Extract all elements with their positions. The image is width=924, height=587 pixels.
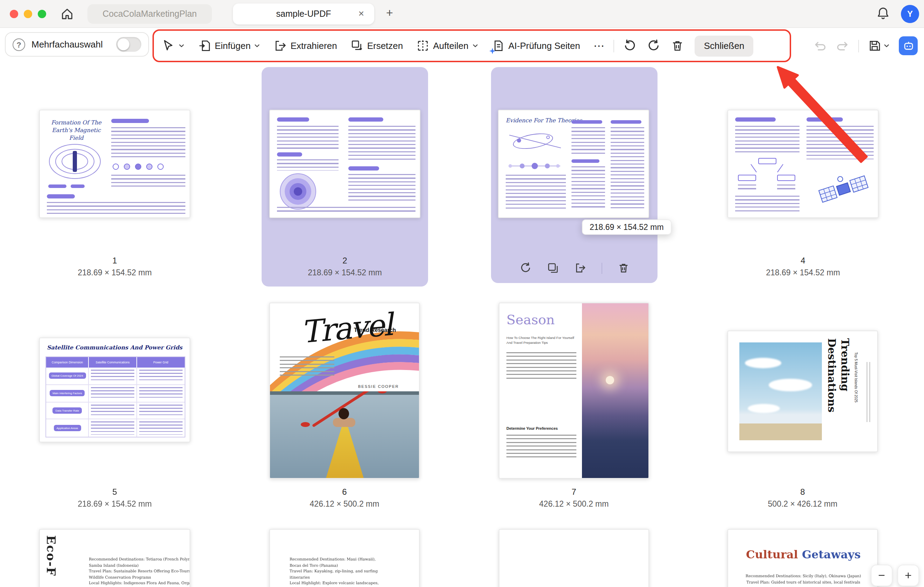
ai-check-pages-button[interactable]: AI-Prüfung Seiten [492, 39, 580, 53]
undo-icon[interactable] [813, 39, 827, 53]
section-heading-chip [348, 166, 379, 171]
split-button[interactable]: Aufteilen [416, 39, 478, 53]
doc-text-line: Samba Island (Indonesia) [89, 562, 190, 568]
zoom-in-button[interactable]: + [898, 565, 919, 586]
doc-subtitle-line: And Travel Preparation Tips [507, 340, 574, 345]
label-chip [71, 184, 85, 188]
table-header-cell: Satellite Communications [89, 357, 137, 368]
ai-check-page-icon [492, 39, 505, 53]
text-lines-placeholder [111, 175, 185, 189]
home-icon[interactable] [60, 7, 74, 21]
section-heading-chip [277, 152, 302, 156]
page-thumbnail-8[interactable]: Trending Destinations Top 5 Must-Visit I… [728, 330, 878, 452]
section-heading-chip [807, 117, 843, 122]
window-minimize-button[interactable] [24, 10, 32, 18]
cursor-icon [162, 39, 175, 53]
replace-button[interactable]: Ersetzen [350, 39, 403, 53]
page-thumbnail-4[interactable] [728, 110, 879, 218]
doc-text-line: Local Highlights: Indigenous Flora And F… [89, 580, 190, 586]
page-number: 7 [499, 487, 649, 497]
chevron-down-icon [254, 43, 261, 49]
moon-phases-row [508, 162, 560, 169]
multi-select-group: ? Mehrfachauswahl [5, 32, 149, 57]
page-thumbnail-7[interactable]: Season How To Choose The Right Island Fo… [499, 303, 649, 478]
notifications-bell-icon[interactable] [876, 6, 891, 21]
redo-icon[interactable] [836, 39, 849, 53]
app-window: CocaColaMarketingPlan sample-UPDF × + Y … [0, 0, 924, 587]
rotate-left-icon[interactable] [624, 39, 637, 53]
duplicate-page-icon[interactable] [547, 262, 559, 274]
table-row-label: Application Areas [53, 425, 81, 431]
rotate-page-icon[interactable] [519, 262, 531, 274]
doc-text-line: Travel Plan: Kayaking, zip-lining, and s… [290, 568, 379, 574]
zoom-out-button[interactable]: − [871, 565, 893, 586]
multi-select-toggle[interactable] [116, 37, 141, 52]
text-lines-placeholder [277, 126, 338, 150]
save-button[interactable] [868, 39, 890, 53]
table-cell-text [139, 404, 183, 417]
doc-title-vertical: Trending Destinations [825, 338, 851, 447]
page-thumbnail-3[interactable]: Evidence For The Theories [498, 110, 649, 218]
section-heading-chip [571, 159, 599, 163]
page-number: 2 [269, 256, 421, 266]
page-label-6: 6 426.12 × 500.2 mm [269, 487, 420, 508]
new-tab-icon[interactable]: + [383, 6, 397, 20]
more-options-icon[interactable]: ⋯ [594, 39, 606, 53]
user-avatar[interactable]: Y [901, 5, 919, 23]
window-close-button[interactable] [10, 10, 18, 18]
page-label-4: 4 218.69 × 154.52 mm [728, 256, 879, 277]
page-thumbnail-11[interactable] [499, 529, 649, 587]
tab-sample-updf[interactable]: sample-UPDF × [233, 3, 374, 25]
page-number: 6 [269, 487, 420, 497]
doc-heading: Determine Your Preferences [507, 426, 558, 431]
page-thumbnail-2[interactable] [269, 110, 421, 218]
extract-page-icon[interactable] [574, 262, 586, 274]
doc-subtitle-vertical: Top 5 Must-Visit Islands Of 2025 [854, 352, 858, 436]
doc-text-line: Bocas del Toro (Panama) [290, 562, 379, 568]
delete-page-trash-icon[interactable] [617, 262, 629, 274]
doc-text-line: Recommended Destinations: Sicily (Italy)… [728, 573, 878, 579]
section-heading-chip [571, 120, 602, 124]
text-lines-placeholder [735, 196, 800, 214]
tab-cocacolamarketingplan[interactable]: CocaColaMarketingPlan [87, 4, 212, 24]
extract-button[interactable]: Extrahieren [274, 39, 337, 53]
page-thumbnail-9[interactable]: Eco-F Recommended Destinations: Tetiaroa… [39, 529, 190, 587]
text-lines-placeholder [277, 159, 338, 171]
doc-text-line: Recommended Destinations: Tetiaroa (Fren… [89, 556, 190, 562]
page-thumbnail-5[interactable]: Satellite Communications And Power Grids… [39, 337, 190, 442]
person-head [338, 408, 349, 419]
page-number: 1 [39, 256, 190, 266]
chevron-down-icon [883, 43, 890, 49]
doc-text-line: Recommended Destinations: Maui (Hawaii), [290, 556, 379, 562]
table-cell-text [91, 422, 134, 435]
tab-label: CocaColaMarketingPlan [102, 9, 197, 19]
chevron-down-icon [178, 43, 185, 49]
page-number: 8 [728, 487, 878, 497]
sun [606, 376, 614, 384]
close-button[interactable]: Schließen [695, 35, 754, 56]
page-label-2: 2 218.69 × 154.52 mm [269, 256, 421, 277]
toolbar-divider [858, 39, 859, 52]
delete-page-trash-icon[interactable] [671, 39, 685, 53]
select-tool-button[interactable] [162, 39, 185, 53]
help-icon[interactable]: ? [13, 38, 25, 51]
doc-text-line: Local Highlight: Explore volcanic landsc… [290, 580, 379, 586]
text-lines-placeholder [111, 127, 185, 159]
page-thumbnail-1[interactable]: Formation Of The Earth's Magnetic Field [39, 110, 190, 218]
page-thumbnail-12[interactable]: Cultural Getaways Recommended Destinatio… [728, 529, 878, 587]
insert-button[interactable]: Einfügen [198, 39, 261, 53]
doc-title-word: Cultural [746, 548, 798, 561]
page-thumbnail-10[interactable]: Recommended Destinations: Maui (Hawaii),… [269, 529, 420, 587]
kayak-photo [270, 391, 420, 478]
tab-close-icon[interactable]: × [355, 8, 367, 20]
ai-assistant-icon [902, 39, 914, 52]
doc-title: Cultural Getaways [728, 548, 878, 561]
text-lines-placeholder [348, 126, 416, 161]
rotate-right-icon[interactable] [647, 39, 661, 53]
page-thumbnail-6[interactable]: Travel Trend Research BESSIE COOPER [269, 303, 420, 478]
doc-text-line: Travel Plan: Guided tours of historical … [728, 579, 878, 585]
window-zoom-button[interactable] [38, 10, 46, 18]
zoom-controls: − + [871, 565, 919, 586]
table-header-cell: Comparison Dimension [46, 357, 89, 368]
ai-assistant-button[interactable] [899, 36, 918, 55]
